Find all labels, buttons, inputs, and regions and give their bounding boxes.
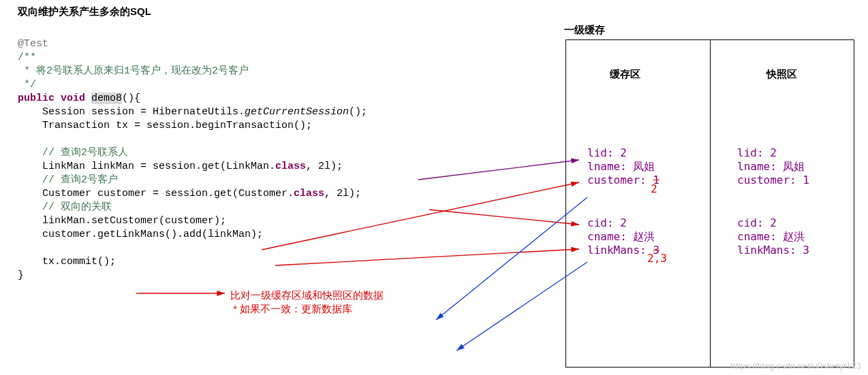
javadoc-open: /** <box>18 52 36 63</box>
comment-query-customer: // 查询2号客户 <box>18 174 118 186</box>
arrow-linkman-to-cache <box>418 160 579 180</box>
javadoc-line: * 将2号联系人原来归1号客户，现在改为2号客户 <box>18 65 249 77</box>
comment-query-linkman: // 查询2号联系人 <box>18 147 128 159</box>
cache-customer-block: cid: 2 cname: 赵洪 linkMans: 3 <box>587 216 660 257</box>
cache-linkmans-label: linkMans: <box>587 244 653 257</box>
arrow-customer-to-cache <box>429 210 579 225</box>
column-separator <box>710 39 711 368</box>
cache-customer-new: 2 <box>651 182 657 195</box>
code-line-tx: Transaction tx = session.beginTransactio… <box>18 120 312 131</box>
keyword-void: void <box>61 93 85 104</box>
comment-bidirectional: // 双向的关联 <box>18 201 112 213</box>
keyword-class-2: class <box>294 188 324 199</box>
snap-cname: cname: 赵洪 <box>737 230 805 243</box>
snapshot-linkman-block: lid: 2 lname: 凤姐 customer: 1 <box>737 146 809 187</box>
red-compare-note: 比对一级缓存区域和快照区的数据 * 如果不一致：更新数据库 <box>230 289 384 316</box>
cache-lname: lname: 凤姐 <box>587 160 655 173</box>
annotation-test: @Test <box>18 38 48 50</box>
cache-linkman-block: lid: 2 lname: 凤姐 customer: 1 <box>587 146 660 187</box>
keyword-class-1: class <box>275 161 306 172</box>
keyword-public: public <box>18 93 55 104</box>
cache-lid: lid: 2 <box>587 146 627 159</box>
cache-cid: cid: 2 <box>587 216 627 229</box>
code-line-session-end: (); <box>349 106 367 118</box>
watermark: https://blog.csdn.net/u0shetyr123 <box>730 361 861 371</box>
method-name: demo8 <box>91 93 122 104</box>
code-line-commit: tx.commit(); <box>18 256 116 267</box>
column-header-snapshot: 快照区 <box>766 68 797 81</box>
cache-linkmans-new: 2,3 <box>647 252 667 265</box>
code-italic-method: getCurrentSession <box>245 106 349 118</box>
red-note-line1: 比对一级缓存区域和快照区的数据 <box>230 289 384 301</box>
diagram-title: 一级缓存 <box>564 24 605 37</box>
code-brace-close: } <box>18 270 24 281</box>
code-line-linkman-end: , 2l); <box>306 161 343 172</box>
cache-customer-label: customer: <box>587 174 653 186</box>
cache-cname: cname: 赵洪 <box>587 230 655 243</box>
code-line-setcustomer: linkMan.setCustomer(customer); <box>18 215 226 227</box>
arrow-blue-from-cache1 <box>436 197 587 320</box>
code-line-linkman: LinkMan linkMan = session.get(LinkMan. <box>18 161 275 172</box>
code-block: @Test /** * 将2号联系人原来归1号客户，现在改为2号客户 */ pu… <box>18 37 367 282</box>
snap-lid: lid: 2 <box>737 146 777 159</box>
page-title: 双向维护关系产生多余的SQL <box>18 5 151 18</box>
snap-lname: lname: 凤姐 <box>737 160 805 173</box>
code-line-session: Session session = HibernateUtils. <box>18 106 245 118</box>
column-header-cache: 缓存区 <box>610 68 640 81</box>
javadoc-close: */ <box>18 79 36 91</box>
snap-linkmans: linkMans: 3 <box>737 244 809 257</box>
snapshot-customer-block: cid: 2 cname: 赵洪 linkMans: 3 <box>737 216 809 257</box>
red-note-line2: * 如果不一致：更新数据库 <box>230 303 352 314</box>
code-line-addlinkman: customer.getLinkMans().add(linkMan); <box>18 229 263 240</box>
code-line-customer: Customer customer = session.get(Customer… <box>18 188 294 199</box>
snap-customer: customer: 1 <box>737 174 809 186</box>
code-line-customer-end: , 2l); <box>324 188 361 199</box>
snap-cid: cid: 2 <box>737 216 777 229</box>
